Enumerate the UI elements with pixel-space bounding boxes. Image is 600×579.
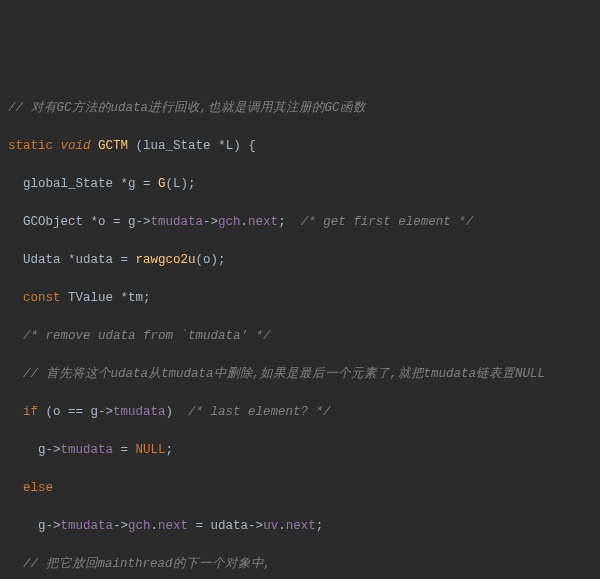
keyword: else bbox=[23, 481, 53, 495]
paren: ) { bbox=[233, 139, 256, 153]
function-name: GCTM bbox=[98, 139, 128, 153]
code-line: else bbox=[8, 479, 592, 498]
param-type: lua_State bbox=[143, 139, 211, 153]
code-editor: // 对有GC方法的udata进行回收,也就是调用其注册的GC函数 static… bbox=[8, 80, 592, 579]
code-line: const TValue *tm; bbox=[8, 289, 592, 308]
comment: // 对有GC方法的udata进行回收,也就是调用其注册的GC函数 bbox=[8, 101, 366, 115]
comment: // 首先将这个udata从tmudata中删除,如果是最后一个元素了,就把tm… bbox=[23, 367, 545, 381]
function-call: rawgco2u bbox=[136, 253, 196, 267]
code-line: Udata *udata = rawgco2u(o); bbox=[8, 251, 592, 270]
comment: /* remove udata from `tmudata' */ bbox=[23, 329, 271, 343]
paren: ( bbox=[136, 139, 144, 153]
param-name: *L bbox=[218, 139, 233, 153]
keyword: const bbox=[23, 291, 61, 305]
code: (L); bbox=[166, 177, 196, 191]
keyword: if bbox=[23, 405, 38, 419]
code: Udata *udata = bbox=[23, 253, 136, 267]
code-line: if (o == g->tmudata) /* last element? */ bbox=[8, 403, 592, 422]
keyword: static bbox=[8, 139, 53, 153]
code-line: global_State *g = G(L); bbox=[8, 175, 592, 194]
code-line: g->tmudata = NULL; bbox=[8, 441, 592, 460]
code: GCObject *o = g-> bbox=[23, 215, 151, 229]
code-line: // 首先将这个udata从tmudata中删除,如果是最后一个元素了,就把tm… bbox=[8, 365, 592, 384]
field: gch bbox=[218, 215, 241, 229]
code: global_State *g = bbox=[23, 177, 158, 191]
code-line: g->tmudata->gch.next = udata->uv.next; bbox=[8, 517, 592, 536]
field: tmudata bbox=[151, 215, 204, 229]
code-line: GCObject *o = g->tmudata->gch.next; /* g… bbox=[8, 213, 592, 232]
type: void bbox=[61, 139, 91, 153]
field: tmudata bbox=[61, 443, 114, 457]
code-line: static void GCTM (lua_State *L) { bbox=[8, 137, 592, 156]
function-call: G bbox=[158, 177, 166, 191]
code-line: /* remove udata from `tmudata' */ bbox=[8, 327, 592, 346]
comment: // 把它放回mainthread的下一个对象中, bbox=[23, 557, 271, 571]
comment: /* last element? */ bbox=[188, 405, 331, 419]
comment: /* get first element */ bbox=[301, 215, 474, 229]
field: next bbox=[248, 215, 278, 229]
null-literal: NULL bbox=[136, 443, 166, 457]
field: tmudata bbox=[113, 405, 166, 419]
code-line: // 对有GC方法的udata进行回收,也就是调用其注册的GC函数 bbox=[8, 99, 592, 118]
code-line: // 把它放回mainthread的下一个对象中, bbox=[8, 555, 592, 574]
